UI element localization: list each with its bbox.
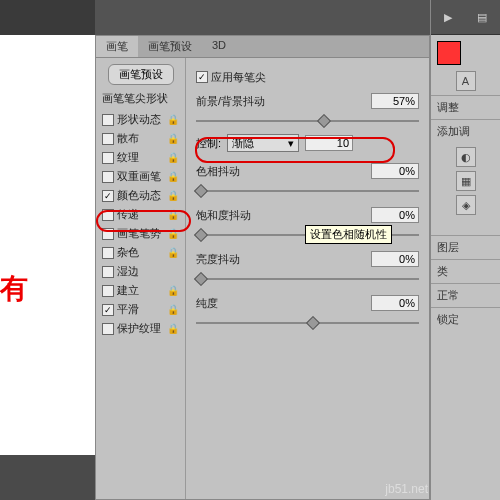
watermark-text: jb51.net <box>385 482 428 496</box>
brush-preset-button[interactable]: 画笔预设 <box>108 64 174 85</box>
sat-jitter-label: 饱和度抖动 <box>196 208 371 223</box>
canvas-text: 有 <box>0 270 28 308</box>
sidebar-item-4[interactable]: 颜色动态🔒 <box>100 186 181 205</box>
sidebar-item-label: 形状动态 <box>117 112 167 127</box>
foreground-color-swatch[interactable] <box>437 41 461 65</box>
fg-bg-jitter-slider[interactable] <box>196 114 419 128</box>
add-adjustment-label[interactable]: 添加调 <box>431 119 500 143</box>
apply-per-tip-checkbox[interactable] <box>196 71 208 83</box>
tooltip-hue-random: 设置色相随机性 <box>305 225 392 244</box>
sidebar-checkbox[interactable] <box>102 266 114 278</box>
sidebar-checkbox[interactable] <box>102 247 114 259</box>
sidebar-item-label: 平滑 <box>117 302 167 317</box>
bright-jitter-label: 亮度抖动 <box>196 252 371 267</box>
sidebar-section-title: 画笔笔尖形状 <box>102 91 181 106</box>
sidebar-item-7[interactable]: 杂色🔒 <box>100 243 181 262</box>
sidebar-checkbox[interactable] <box>102 285 114 297</box>
sidebar-checkbox[interactable] <box>102 323 114 335</box>
bright-jitter-value[interactable]: 0% <box>371 251 419 267</box>
lock-icon: 🔒 <box>167 247 179 259</box>
purity-label: 纯度 <box>196 296 371 311</box>
sidebar-item-3[interactable]: 双重画笔🔒 <box>100 167 181 186</box>
sidebar-item-6[interactable]: 画笔笔势🔒 <box>100 224 181 243</box>
adjustments-label: 调整 <box>431 95 500 119</box>
sidebar-checkbox[interactable] <box>102 152 114 164</box>
sidebar-item-0[interactable]: 形状动态🔒 <box>100 110 181 129</box>
lock-icon: 🔒 <box>167 323 179 335</box>
sidebar-item-label: 杂色 <box>117 245 167 260</box>
sidebar-checkbox[interactable] <box>102 190 114 202</box>
lock-icon: 🔒 <box>167 228 179 240</box>
sidebar-checkbox[interactable] <box>102 304 114 316</box>
lock-icon <box>167 266 179 278</box>
sidebar-item-label: 画笔笔势 <box>117 226 167 241</box>
sidebar-checkbox[interactable] <box>102 133 114 145</box>
type-tool-icon[interactable]: A <box>456 71 476 91</box>
control-number-input[interactable]: 10 <box>305 135 353 151</box>
control-label: 控制: <box>196 136 221 151</box>
lock-icon: 🔒 <box>167 209 179 221</box>
sidebar-checkbox[interactable] <box>102 228 114 240</box>
blend-mode-select[interactable]: 正常 <box>431 283 500 307</box>
bright-jitter-slider[interactable] <box>196 272 419 286</box>
brush-settings-main: 应用每笔尖 前景/背景抖动 57% 控制: 渐隐▾ 10 色相抖动 0% 饱和度… <box>186 58 429 499</box>
sidebar-checkbox[interactable] <box>102 114 114 126</box>
lock-icon: 🔒 <box>167 152 179 164</box>
sidebar-item-10[interactable]: 平滑🔒 <box>100 300 181 319</box>
sidebar-item-8[interactable]: 湿边 <box>100 262 181 281</box>
tab-brush-preset[interactable]: 画笔预设 <box>138 36 202 57</box>
fg-bg-jitter-label: 前景/背景抖动 <box>196 94 371 109</box>
fg-bg-jitter-value[interactable]: 57% <box>371 93 419 109</box>
purity-value[interactable]: 0% <box>371 295 419 311</box>
apply-per-tip-label: 应用每笔尖 <box>211 70 419 85</box>
sidebar-item-2[interactable]: 纹理🔒 <box>100 148 181 167</box>
sidebar-item-label: 湿边 <box>117 264 167 279</box>
lock-icon: 🔒 <box>167 171 179 183</box>
brush-panel: 画笔 画笔预设 3D 画笔预设 画笔笔尖形状 形状动态🔒散布🔒纹理🔒双重画笔🔒颜… <box>95 35 430 500</box>
hue-jitter-value[interactable]: 0% <box>371 163 419 179</box>
purity-slider[interactable] <box>196 316 419 330</box>
sat-jitter-value[interactable]: 0% <box>371 207 419 223</box>
sidebar-item-label: 散布 <box>117 131 167 146</box>
lock-icon: 🔒 <box>167 285 179 297</box>
control-select[interactable]: 渐隐▾ <box>227 134 299 152</box>
chevron-down-icon: ▾ <box>288 137 294 150</box>
hue-jitter-slider[interactable] <box>196 184 419 198</box>
sidebar-item-label: 双重画笔 <box>117 169 167 184</box>
tab-3d[interactable]: 3D <box>202 36 236 57</box>
lock-icon: 🔒 <box>167 133 179 145</box>
brush-sidebar: 画笔预设 画笔笔尖形状 形状动态🔒散布🔒纹理🔒双重画笔🔒颜色动态🔒传递🔒画笔笔势… <box>96 58 186 499</box>
collapse-icon[interactable]: ▶ <box>444 11 452 24</box>
hue-jitter-label: 色相抖动 <box>196 164 371 179</box>
sidebar-item-label: 保护纹理 <box>117 321 167 336</box>
app-topbar <box>0 0 500 35</box>
menu-icon[interactable]: ▤ <box>477 11 487 24</box>
lock-icon: 🔒 <box>167 114 179 126</box>
sidebar-item-label: 建立 <box>117 283 167 298</box>
tab-brush[interactable]: 画笔 <box>96 36 138 57</box>
sidebar-item-1[interactable]: 散布🔒 <box>100 129 181 148</box>
swatches-icon[interactable]: ▦ <box>456 171 476 191</box>
panel-tabs: 画笔 画笔预设 3D <box>96 36 429 58</box>
layers-label[interactable]: 图层 <box>431 235 500 259</box>
right-dock: ▶▤ A 调整 添加调 ◐ ▦ ◈ 图层 类 正常 锁定 <box>430 0 500 500</box>
lock-icon: 🔒 <box>167 190 179 202</box>
lock-icon: 🔒 <box>167 304 179 316</box>
sidebar-item-11[interactable]: 保护纹理🔒 <box>100 319 181 338</box>
adjustment-icon[interactable]: ◐ <box>456 147 476 167</box>
sidebar-item-5[interactable]: 传递🔒 <box>100 205 181 224</box>
cube-icon[interactable]: ◈ <box>456 195 476 215</box>
sidebar-item-label: 颜色动态 <box>117 188 167 203</box>
lock-label: 锁定 <box>431 307 500 331</box>
sidebar-checkbox[interactable] <box>102 171 114 183</box>
sidebar-item-label: 传递 <box>117 207 167 222</box>
sidebar-item-9[interactable]: 建立🔒 <box>100 281 181 300</box>
layer-kind-label[interactable]: 类 <box>431 259 500 283</box>
sidebar-checkbox[interactable] <box>102 209 114 221</box>
sidebar-item-label: 纹理 <box>117 150 167 165</box>
